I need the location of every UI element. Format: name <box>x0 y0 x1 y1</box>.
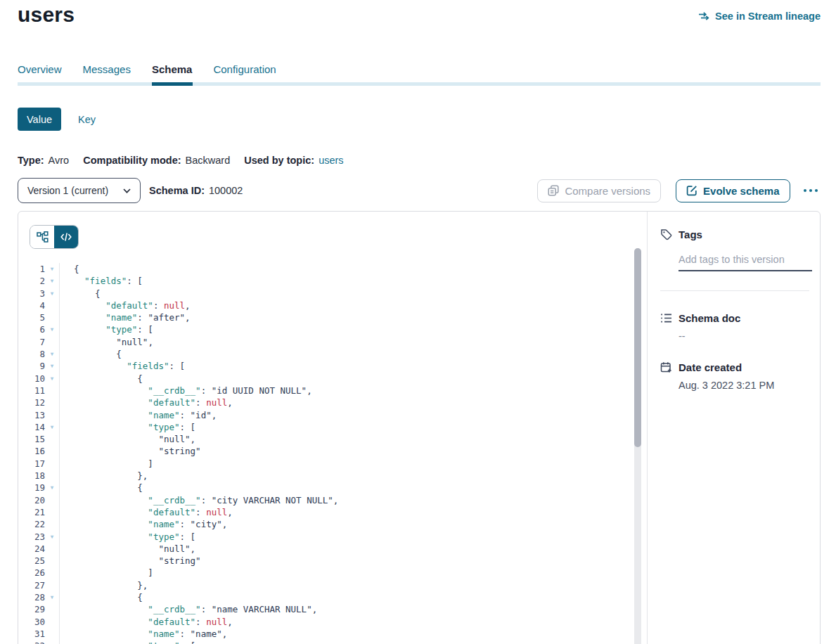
code-text: { <box>60 591 143 603</box>
code-line: 22 "name": "city", <box>18 518 623 530</box>
date-created-section: Date created Aug. 3 2022 3:21 PM <box>660 361 809 391</box>
key-toggle-button[interactable]: Key <box>78 114 96 125</box>
compare-versions-button[interactable]: Compare versions <box>537 179 661 202</box>
scrollbar-thumb[interactable] <box>634 248 641 447</box>
line-number: 22 <box>18 518 45 530</box>
sidebar-divider <box>660 290 809 291</box>
code-line: 15 "null", <box>18 433 623 445</box>
meta-item-compatibility: Compatibility mode:Backward <box>83 155 230 166</box>
evolve-schema-button[interactable]: Evolve schema <box>676 179 790 202</box>
code-line: 29 "__crdb__": "name VARCHAR NULL", <box>18 603 623 615</box>
schema-doc-title: Schema doc <box>679 312 740 324</box>
code-line: 17 ] <box>18 458 623 470</box>
line-number: 30 <box>18 616 45 628</box>
code-line: 26 ] <box>18 567 623 579</box>
schema-doc-header: Schema doc <box>660 312 809 324</box>
view-mode-toggle <box>30 225 79 249</box>
line-number: 10 <box>18 373 45 385</box>
schema-id-label: Schema ID: <box>149 185 205 196</box>
version-select[interactable]: Version 1 (current) <box>18 178 141 203</box>
fold-arrow-icon[interactable]: ▼ <box>45 640 60 644</box>
gutter-spacer <box>45 300 60 311</box>
fold-arrow-icon[interactable]: ▼ <box>45 421 60 433</box>
line-number: 19 <box>18 482 45 494</box>
gutter-spacer <box>45 616 60 628</box>
controls-row: Version 1 (current) Schema ID:100002 Com… <box>18 178 821 203</box>
line-number: 25 <box>18 555 45 567</box>
gutter-spacer <box>45 445 60 457</box>
schema-doc-section: Schema doc -- <box>660 312 809 342</box>
stream-lineage-label: See in Stream lineage <box>715 11 821 22</box>
code-text: "string" <box>60 555 201 567</box>
fold-arrow-icon[interactable]: ▼ <box>45 373 60 385</box>
meta-label-type: Type: <box>18 155 44 166</box>
tab-configuration[interactable]: Configuration <box>213 63 276 75</box>
code-line: 10▼ { <box>18 373 623 385</box>
code-text: "__crdb__": "name VARCHAR NULL", <box>60 603 317 615</box>
tab-messages[interactable]: Messages <box>83 63 131 75</box>
meta-value-compatibility: Backward <box>186 155 231 166</box>
code-line: 25 "string" <box>18 555 623 567</box>
code-text: "null", <box>60 336 153 348</box>
line-number: 16 <box>18 445 45 457</box>
tree-view-button[interactable] <box>30 226 54 248</box>
fold-arrow-icon[interactable]: ▼ <box>45 531 60 543</box>
line-number: 26 <box>18 567 45 579</box>
evolve-schema-label: Evolve schema <box>703 185 779 197</box>
stream-lineage-link[interactable]: See in Stream lineage <box>698 11 821 22</box>
meta-value-topic[interactable]: users <box>319 155 343 166</box>
tab-schema[interactable]: Schema <box>152 63 193 75</box>
line-number: 32 <box>18 640 45 644</box>
fold-arrow-icon[interactable]: ▼ <box>45 360 60 372</box>
code-line: 30 "default": null, <box>18 616 623 628</box>
line-number: 18 <box>18 470 45 482</box>
line-number: 27 <box>18 579 45 591</box>
line-number: 9 <box>18 360 45 372</box>
code-text: "fields": [ <box>60 360 185 372</box>
fold-arrow-icon[interactable]: ▼ <box>45 348 60 360</box>
gutter-spacer <box>45 603 60 615</box>
tab-overview[interactable]: Overview <box>18 63 62 75</box>
code-text: "default": null, <box>60 300 191 311</box>
line-number: 4 <box>18 300 45 311</box>
code-line: 18 }, <box>18 470 623 482</box>
tags-input[interactable] <box>679 254 812 271</box>
fold-arrow-icon[interactable]: ▼ <box>45 275 60 287</box>
code-line: 13 "name": "id", <box>18 409 623 421</box>
gutter-spacer <box>45 567 60 579</box>
code-line: 9▼ "fields": [ <box>18 360 623 372</box>
tree-icon <box>37 231 49 243</box>
schema-part-toggle: Value Key <box>18 108 96 131</box>
fold-arrow-icon[interactable]: ▼ <box>45 323 60 335</box>
fold-arrow-icon[interactable]: ▼ <box>45 263 60 275</box>
code-editor: 1▼{2▼ "fields": [3▼ {4 "default": null,5… <box>18 263 623 644</box>
meta-label-compatibility: Compatibility mode: <box>83 155 181 166</box>
more-options-button[interactable] <box>801 186 821 195</box>
date-created-value: Aug. 3 2022 3:21 PM <box>679 380 809 391</box>
value-toggle-button[interactable]: Value <box>18 108 61 131</box>
calendar-plus-icon <box>660 361 672 373</box>
fold-arrow-icon[interactable]: ▼ <box>45 288 60 300</box>
code-text: "fields": [ <box>60 275 143 287</box>
code-line: 5 "name": "after", <box>18 311 623 323</box>
gutter-spacer <box>45 385 60 397</box>
code-text: "name": "city", <box>60 518 227 530</box>
code-text: "name": "id", <box>60 409 217 421</box>
schema-id: Schema ID:100002 <box>149 185 243 196</box>
line-number: 21 <box>18 506 45 518</box>
fold-arrow-icon[interactable]: ▼ <box>45 482 60 494</box>
line-number: 15 <box>18 433 45 445</box>
code-icon <box>60 232 72 242</box>
gutter-spacer <box>45 579 60 591</box>
line-number: 28 <box>18 591 45 603</box>
gutter-spacer <box>45 518 60 530</box>
line-number: 14 <box>18 421 45 433</box>
line-number: 2 <box>18 275 45 287</box>
meta-value-type: Avro <box>49 155 70 166</box>
fold-arrow-icon[interactable]: ▼ <box>45 591 60 603</box>
code-line: 6▼ "type": [ <box>18 323 623 335</box>
code-view-button[interactable] <box>54 226 78 248</box>
code-text: ] <box>60 567 153 579</box>
line-number: 6 <box>18 323 45 335</box>
line-number: 12 <box>18 397 45 408</box>
